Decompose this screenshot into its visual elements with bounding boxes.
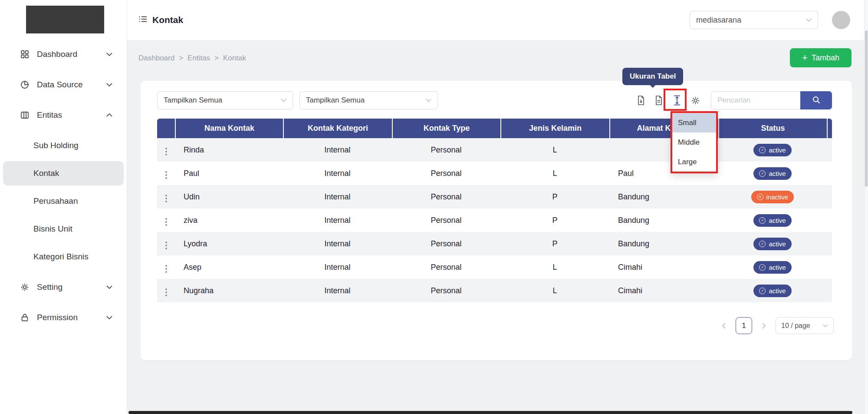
- search-icon: [812, 96, 821, 106]
- chevron-down-icon: [106, 53, 112, 56]
- col-kontak-type: Kontak Type: [392, 119, 500, 138]
- cell-status: active: [718, 279, 827, 302]
- row-drag-handle-icon[interactable]: [165, 151, 167, 152]
- cell-gender: L: [500, 138, 609, 162]
- sidebar-item-label: Perusahaan: [33, 196, 78, 206]
- tooltip-ukuran-tabel: Ukuran Tabel: [622, 68, 683, 85]
- add-button[interactable]: Tambah: [790, 48, 852, 67]
- sidebar-item-label: Data Source: [37, 80, 106, 89]
- entity-icon: [20, 110, 30, 120]
- row-drag-handle-icon[interactable]: [165, 221, 167, 223]
- search-input[interactable]: [711, 91, 800, 109]
- sidebar-item-kategori-bisnis[interactable]: Kategori Bisnis: [3, 245, 124, 269]
- cell-kategori: Internal: [283, 138, 392, 162]
- entitas-submenu: Sub Holding Kontak Perusahaan Bisnis Uni…: [0, 133, 127, 269]
- size-option-small[interactable]: Small: [672, 113, 716, 132]
- cell-alamat: Bandung: [609, 185, 718, 209]
- row-drag-handle-icon[interactable]: [165, 174, 167, 176]
- table-row: Asep Internal Personal L Cimahi active: [157, 255, 832, 279]
- check-circle-icon: [759, 170, 766, 177]
- cell-nama: Rinda: [175, 138, 283, 162]
- sidebar-item-permission[interactable]: Permission: [3, 305, 124, 330]
- table-row: Rinda Internal Personal L active: [157, 138, 832, 162]
- cell-nama: Lyodra: [175, 232, 283, 255]
- cell-type: Personal: [392, 279, 500, 302]
- status-badge: active: [753, 144, 791, 156]
- cell-status: active: [718, 138, 827, 162]
- cell-gender: L: [500, 279, 609, 302]
- table-toolbar-icons: [636, 91, 700, 109]
- chevron-down-icon: [281, 99, 286, 102]
- sidebar-item-setting[interactable]: Setting: [3, 275, 124, 299]
- pagination: 1 10 / page: [722, 317, 834, 334]
- page-number[interactable]: 1: [736, 317, 752, 334]
- cell-alamat: Cimahi: [609, 255, 718, 279]
- filter-select-2[interactable]: Tampilkan Semua: [299, 91, 438, 109]
- cell-kategori: Internal: [283, 255, 392, 279]
- cell-status: active: [718, 232, 827, 255]
- prev-page-icon[interactable]: [722, 322, 726, 329]
- table-row: Nugraha Internal Personal L Cimahi activ…: [157, 279, 832, 302]
- avatar[interactable]: [832, 11, 850, 29]
- tenant-select[interactable]: mediasarana: [690, 11, 818, 29]
- col-nama-kontak: Nama Kontak: [175, 119, 283, 138]
- sidebar-item-dashboard[interactable]: Dashboard: [3, 42, 124, 66]
- row-drag-handle-icon[interactable]: [165, 245, 167, 246]
- chevron-down-icon: [823, 324, 828, 327]
- file-text-icon[interactable]: [654, 95, 664, 106]
- sidebar-item-entitas[interactable]: Entitas: [3, 103, 124, 127]
- table-row: ziva Internal Personal P Bandung active: [157, 209, 832, 232]
- export-file-icon[interactable]: [636, 95, 646, 106]
- sidebar-item-data-source[interactable]: Data Source: [3, 73, 124, 97]
- cell-gender: P: [500, 232, 609, 255]
- sidebar-item-perusahaan[interactable]: Perusahaan: [3, 189, 124, 213]
- sidebar-item-label: Sub Holding: [33, 141, 79, 150]
- breadcrumb-item-entitas[interactable]: Entitas: [187, 54, 210, 63]
- sidebar-item-label: Bisnis Unit: [33, 224, 72, 234]
- page-size-select[interactable]: 10 / page: [776, 317, 834, 334]
- cell-kategori: Internal: [283, 209, 392, 232]
- breadcrumb-item-dashboard[interactable]: Dashboard: [138, 54, 174, 63]
- search-button[interactable]: [800, 91, 832, 109]
- row-drag-handle-icon[interactable]: [165, 198, 167, 199]
- cell-kategori: Internal: [283, 162, 392, 185]
- cell-gender: P: [500, 209, 609, 232]
- cell-alamat: Bandung: [609, 209, 718, 232]
- column-height-icon[interactable]: [672, 95, 682, 106]
- filter-select-1[interactable]: Tampilkan Semua: [157, 91, 293, 109]
- tenant-select-value: mediasarana: [696, 16, 741, 25]
- row-drag-handle-icon[interactable]: [165, 291, 167, 293]
- chevron-down-icon: [806, 18, 812, 22]
- cell-nama: Nugraha: [175, 279, 283, 302]
- breadcrumb-item-kontak: Kontak: [223, 54, 246, 63]
- row-drag-handle-icon[interactable]: [165, 268, 167, 270]
- horizontal-scrollbar-thumb[interactable]: [128, 411, 852, 414]
- app-logo: [26, 6, 104, 33]
- size-option-middle[interactable]: Middle: [672, 132, 716, 152]
- table-card: Tampilkan Semua Tampilkan Semua: [141, 81, 852, 360]
- vertical-scrollbar-thumb[interactable]: [865, 30, 868, 187]
- table-row: Udin Internal Personal P Bandung inactiv…: [157, 185, 832, 209]
- table-row: Paul Internal Personal L Paul active: [157, 162, 832, 185]
- chevron-down-icon: [106, 285, 112, 289]
- status-badge: active: [753, 238, 791, 250]
- cell-status: inactive: [718, 185, 827, 209]
- sidebar-item-label: Permission: [37, 313, 106, 322]
- cell-gender: P: [500, 185, 609, 209]
- sidebar-item-bisnis-unit[interactable]: Bisnis Unit: [3, 217, 124, 241]
- cell-nama: Udin: [175, 185, 283, 209]
- sidebar-item-kontak[interactable]: Kontak: [3, 161, 124, 185]
- settings-gear-icon[interactable]: [690, 96, 700, 106]
- gear-icon: [20, 282, 30, 292]
- size-option-large[interactable]: Large: [672, 152, 716, 172]
- grid-icon: [20, 50, 30, 59]
- next-page-icon[interactable]: [762, 322, 766, 329]
- close-circle-icon: [757, 194, 763, 200]
- status-badge: inactive: [751, 191, 794, 203]
- content-area: Dashboard > Entitas > Kontak Tambah Tamp…: [127, 40, 865, 414]
- cell-kategori: Internal: [283, 232, 392, 255]
- cell-kategori: Internal: [283, 279, 392, 302]
- sidebar-nav: Dashboard Data Source Entitas Sub Holdin…: [0, 42, 127, 336]
- sidebar-item-sub-holding[interactable]: Sub Holding: [3, 133, 124, 158]
- cell-gender: L: [500, 162, 609, 185]
